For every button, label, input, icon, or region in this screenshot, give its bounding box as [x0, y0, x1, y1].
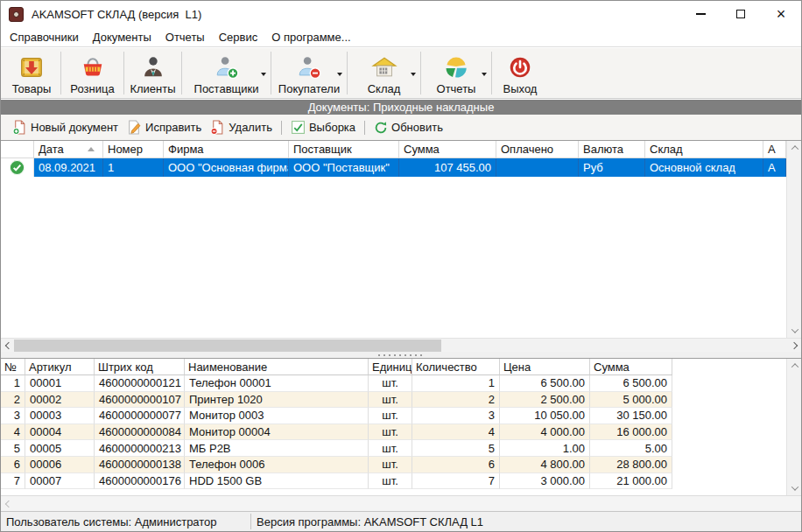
menu-item-service[interactable]: Сервис: [212, 27, 265, 46]
toolbar-button-exit[interactable]: Выход: [492, 50, 548, 96]
column-header-a-partial[interactable]: А: [763, 141, 786, 158]
cell-number: 3: [1, 408, 25, 424]
doc-toolbar-button-selection[interactable]: Выборка: [286, 118, 360, 136]
items-column-header-article[interactable]: Артикул: [25, 359, 95, 375]
item-row[interactable]: 1000014600000000121Телефон 00001шт.16 50…: [1, 375, 786, 392]
chevron-down-icon[interactable]: [261, 73, 266, 76]
toolbar-button-reports[interactable]: Отчеты: [421, 50, 491, 96]
document-row[interactable]: 08.09.20211ООО "Основная фирма"ООО "Пост…: [1, 158, 786, 177]
status-divider: [250, 514, 251, 529]
scrollbar-thumb[interactable]: [14, 340, 441, 352]
items-column-header-sum[interactable]: Сумма: [590, 359, 672, 375]
cell-barcode: 4600000000138: [95, 457, 185, 473]
cell-name: Телефон 00001: [185, 375, 369, 392]
chevron-down-icon[interactable]: [411, 73, 416, 76]
column-header-firm[interactable]: Фирма: [164, 141, 289, 158]
documents-table: ДатаНомерФирмаПоставщикСуммаОплаченоВалю…: [1, 141, 786, 338]
scroll-right-button[interactable]: [786, 339, 801, 353]
cell-sum: 30 150.00: [590, 408, 672, 424]
maximize-button[interactable]: [721, 1, 761, 27]
items-column-header-name[interactable]: Наименование: [185, 359, 369, 375]
documents-horizontal-scrollbar[interactable]: [1, 338, 801, 352]
toolbar-button-warehouse[interactable]: Склад: [348, 50, 420, 96]
minimize-button[interactable]: [680, 1, 721, 27]
doc-toolbar-button-new-document[interactable]: Новый документ: [8, 118, 123, 136]
cell-price: 4 000.00: [500, 424, 590, 441]
scroll-left-button[interactable]: [1, 497, 16, 511]
cell-article: 00001: [25, 375, 95, 392]
column-header-warehouse[interactable]: Склад: [645, 141, 763, 158]
item-row[interactable]: 7000074600000000176HDD 1500 GBшт.73 000.…: [1, 473, 786, 490]
toolbar-button-suppliers[interactable]: Поставщики: [182, 50, 271, 96]
toolbar-button-buyers[interactable]: Покупатели: [271, 50, 347, 96]
cell-firm: ООО "Основная фирма": [164, 158, 289, 177]
items-column-header-number[interactable]: №: [1, 359, 25, 375]
items-column-header-barcode[interactable]: Штрих код: [95, 359, 185, 375]
column-header-paid[interactable]: Оплачено: [496, 141, 579, 158]
items-vertical-scrollbar[interactable]: [786, 359, 801, 495]
cell-article: 00003: [25, 408, 95, 424]
menu-item-reports[interactable]: Отчеты: [158, 27, 212, 46]
toolbar-separator: [281, 121, 282, 135]
doc-toolbar-button-edit-document[interactable]: Исправить: [123, 118, 206, 136]
toolbar-button-retail[interactable]: Розница: [61, 50, 123, 96]
close-button[interactable]: ×: [761, 1, 801, 27]
items-table-body: 1000014600000000121Телефон 00001шт.16 50…: [1, 375, 786, 489]
column-header-number[interactable]: Номер: [103, 141, 164, 158]
column-header-label: А: [768, 143, 776, 156]
scroll-up-button[interactable]: [787, 359, 802, 373]
column-header-date[interactable]: Дата: [34, 141, 103, 158]
doc-toolbar-button-refresh[interactable]: Обновить: [369, 119, 447, 136]
doc-toolbar-button-delete-document[interactable]: Удалить: [206, 118, 277, 136]
items-column-header-price[interactable]: Цена: [500, 359, 590, 375]
menu-item-references[interactable]: Справочники: [3, 27, 86, 46]
menu-item-documents[interactable]: Документы: [86, 27, 158, 46]
cell-number: 7: [1, 473, 25, 490]
chevron-down-icon[interactable]: [337, 73, 342, 76]
cell-unit: шт.: [369, 424, 412, 441]
toolbar-button-goods[interactable]: Товары: [3, 50, 60, 96]
documents-vertical-scrollbar[interactable]: [786, 141, 801, 338]
items-horizontal-scrollbar[interactable]: [1, 495, 801, 511]
cell-price: 10 050.00: [500, 408, 590, 424]
item-row[interactable]: 2000024600000000107Принтер 1020шт.22 500…: [1, 392, 786, 409]
cell-sum: 5 000.00: [590, 392, 672, 409]
item-row[interactable]: 4000044600000000084Монитор 00004шт.44 00…: [1, 424, 786, 441]
items-column-header-unit[interactable]: Единица: [369, 359, 412, 375]
toolbar-button-clients[interactable]: Клиенты: [124, 50, 181, 96]
column-header-sum[interactable]: Сумма: [399, 141, 496, 158]
window-controls: ×: [680, 1, 801, 27]
column-header-currency[interactable]: Валюта: [579, 141, 645, 158]
cell-article: 00004: [25, 424, 95, 441]
pie-chart-icon: [443, 52, 469, 82]
item-row[interactable]: 5000054600000000213МБ Р2Вшт.51.005.00: [1, 440, 786, 457]
cell-qty: 5: [412, 440, 500, 457]
cell-paid: [496, 158, 579, 177]
chevron-left-icon: [4, 342, 11, 349]
item-row[interactable]: 6000064600000000138Телефон 0006шт.64 800…: [1, 457, 786, 473]
chevron-down-icon[interactable]: [482, 73, 487, 76]
scroll-down-button[interactable]: [787, 324, 802, 338]
item-row[interactable]: 3000034600000000077Монитор 0003шт.310 05…: [1, 408, 786, 424]
app-window: AKAMSOFT СКЛАД (версия L1) × Справочники…: [0, 0, 802, 532]
cell-currency: Руб: [579, 158, 645, 177]
scroll-down-button[interactable]: [787, 481, 802, 495]
section-caption-text: Документы: Приходные накладные: [308, 101, 495, 114]
cell-supplier: ООО "Поставщик": [289, 158, 399, 177]
splitter-handle[interactable]: [1, 352, 801, 358]
cell-qty: 7: [412, 473, 500, 490]
cell-barcode: 4600000000176: [95, 473, 185, 490]
scroll-up-button[interactable]: [787, 141, 802, 155]
cell-qty: 1: [412, 375, 500, 392]
column-header-supplier[interactable]: Поставщик: [289, 141, 399, 158]
items-column-header-qty[interactable]: Количество: [412, 359, 500, 375]
column-header-status[interactable]: [1, 141, 34, 158]
check-circle-icon: [1, 158, 34, 177]
cell-number: 1: [1, 375, 25, 392]
cell-name: Принтер 1020: [185, 392, 369, 409]
title-bar: AKAMSOFT СКЛАД (версия L1) ×: [1, 1, 801, 27]
cell-name: МБ Р2В: [185, 440, 369, 457]
menu-item-about[interactable]: О программе...: [264, 27, 357, 46]
cell-number: 2: [1, 392, 25, 409]
cell-sum: 5.00: [590, 440, 672, 457]
